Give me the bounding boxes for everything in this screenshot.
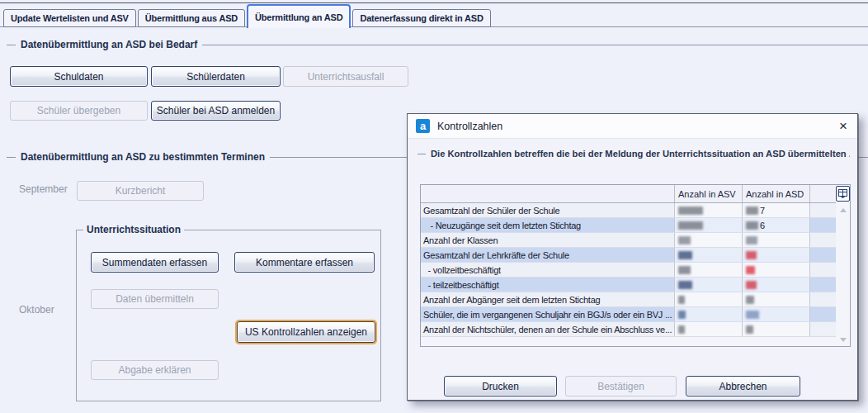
dialog-legend-text: Die Kontrollzahlen betreffen die bei der… <box>431 149 850 159</box>
asd-value-cell <box>743 263 810 277</box>
row-gutter <box>810 233 836 247</box>
asv-app-icon: a <box>416 119 430 133</box>
kurzbericht-button: Kurzbericht <box>77 181 204 201</box>
close-icon[interactable]: × <box>837 119 849 133</box>
row-gutter <box>810 203 836 217</box>
row-label: - vollzeitbeschäftigt <box>421 263 675 277</box>
summendaten-erfassen-button[interactable]: Summendaten erfassen <box>91 252 219 273</box>
legend-dash <box>417 154 426 154</box>
dialog-legend: Die Kontrollzahlen betreffen die bei der… <box>417 149 850 159</box>
redacted-value <box>678 325 685 334</box>
redacted-value <box>746 266 755 274</box>
asv-value-cell <box>675 248 743 262</box>
row-label: Gesamtzahl der Lehrkräfte der Schule <box>421 248 675 262</box>
asd-value-cell: 6 <box>743 218 810 232</box>
month-label-september: September <box>19 183 68 195</box>
table-row[interactable]: Anzahl der Nichtschüler, denen an der Sc… <box>421 322 836 337</box>
row-gutter <box>810 307 836 321</box>
row-label: - Neuzugänge seit dem letzten Stichtag <box>421 218 675 232</box>
daten-uebermitteln-button: Daten übermitteln <box>91 289 219 309</box>
asv-value-cell <box>675 233 743 247</box>
visible-value: 7 <box>760 203 765 217</box>
redacted-value <box>678 236 691 244</box>
redacted-value <box>746 236 757 244</box>
row-label: Anzahl der Abgänger seit dem letzten Sti… <box>421 292 675 306</box>
schueler-bei-asd-anmelden-button[interactable]: Schüler bei ASD anmelden <box>151 101 281 121</box>
asv-value-cell <box>675 203 743 217</box>
table-row[interactable]: Anzahl der Klassen <box>421 233 836 248</box>
table-row[interactable]: Gesamtzahl der Lehrkräfte der Schule <box>421 248 836 263</box>
redacted-value <box>746 296 754 304</box>
asv-value-cell <box>675 292 743 306</box>
redacted-value <box>746 281 757 289</box>
legend-line <box>202 45 868 45</box>
table-row[interactable]: - teilzeitbeschäftigt <box>421 278 836 292</box>
control-numbers-table: Anzahl in ASV Anzahl in ASD Gesamtzahl d… <box>420 184 851 347</box>
row-gutter <box>810 263 836 277</box>
table-row[interactable]: - vollzeitbeschäftigt <box>421 263 836 278</box>
section-title: Datenübermittlung an ASD bei Bedarf <box>21 39 197 50</box>
row-gutter <box>810 218 836 232</box>
tab-uebermittlung-aus-asd[interactable]: Übermittlung aus ASD <box>138 9 245 27</box>
redacted-value <box>678 296 685 304</box>
schuelerdaten-button[interactable]: Schülerdaten <box>151 66 281 87</box>
kommentare-erfassen-button[interactable]: Kommentare erfassen <box>234 252 375 273</box>
asd-value-cell <box>743 278 810 292</box>
kontrollzahlen-dialog: a Kontrollzahlen × Die Kontrollzahlen be… <box>407 113 858 401</box>
asd-value-cell <box>743 292 810 306</box>
dialog-titlebar[interactable]: a Kontrollzahlen × <box>408 114 857 139</box>
asv-window: Update Wertelisten und ASV Übermittlung … <box>0 0 868 413</box>
asd-value-cell <box>743 233 810 247</box>
drucken-button[interactable]: Drucken <box>444 376 557 396</box>
redacted-value <box>678 221 703 230</box>
abgabe-erklaeren-button: Abgabe erklären <box>91 360 219 380</box>
redacted-value <box>746 221 758 230</box>
legend-dash <box>7 45 16 45</box>
unterrichtsausfall-button: Unterrichtsausfall <box>283 66 408 87</box>
row-label: - teilzeitbeschäftigt <box>421 278 675 292</box>
column-select-icon[interactable] <box>836 186 850 202</box>
redacted-value <box>746 325 753 334</box>
asd-value-cell <box>743 248 810 262</box>
header-anzahl-asv[interactable]: Anzahl in ASV <box>675 185 743 202</box>
table-scrollbar[interactable] <box>836 185 850 346</box>
table-row[interactable]: - Neuzugänge seit dem letzten Stichtag6 <box>421 218 836 233</box>
row-label: Schüler, die im vergangenen Schuljahr ei… <box>421 307 675 321</box>
table-row[interactable]: Anzahl der Abgänger seit dem letzten Sti… <box>421 292 836 307</box>
redacted-value <box>678 251 692 259</box>
us-kontrollzahlen-anzeigen-button[interactable]: US Kontrollzahlen anzeigen <box>237 321 375 343</box>
tab-uebermittlung-an-asd[interactable]: Übermittlung an ASD <box>247 4 351 28</box>
row-gutter <box>810 322 836 336</box>
asv-value-cell <box>675 278 743 292</box>
redacted-value <box>678 206 703 215</box>
header-gutter <box>810 185 836 202</box>
visible-value: 6 <box>760 218 765 232</box>
tab-update-wertelisten[interactable]: Update Wertelisten und ASV <box>3 9 136 27</box>
bestaetigen-button: Bestätigen <box>565 376 677 396</box>
asv-value-cell <box>675 263 743 277</box>
redacted-value <box>678 311 686 319</box>
tab-bar: Update Wertelisten und ASV Übermittlung … <box>3 3 491 27</box>
redacted-value <box>678 281 692 289</box>
abbrechen-button[interactable]: Abbrechen <box>686 376 800 396</box>
row-label: Anzahl der Klassen <box>421 233 675 247</box>
tab-datenerfassung-direkt[interactable]: Datenerfassung direkt in ASD <box>352 9 490 27</box>
row-gutter <box>810 278 836 292</box>
dialog-title: Kontrollzahlen <box>437 121 830 132</box>
table-row[interactable]: Gesamtzahl der Schüler der Schule7 <box>421 203 836 218</box>
table-row[interactable]: Schüler, die im vergangenen Schuljahr ei… <box>421 307 836 322</box>
schuldaten-button[interactable]: Schuldaten <box>10 66 148 87</box>
row-label: Anzahl der Nichtschüler, denen an der Sc… <box>421 322 675 336</box>
table-header: Anzahl in ASV Anzahl in ASD <box>421 185 836 203</box>
header-empty <box>421 185 675 202</box>
table-main: Anzahl in ASV Anzahl in ASD Gesamtzahl d… <box>421 185 836 346</box>
groupbox-title: Unterrichtssituation <box>83 224 184 235</box>
header-anzahl-asd[interactable]: Anzahl in ASD <box>743 185 810 202</box>
asd-value-cell: 7 <box>743 203 810 217</box>
row-gutter <box>810 248 836 262</box>
asv-value-cell <box>675 307 743 321</box>
section-title: Datenübermittlung an ASD zu bestimmten T… <box>21 151 265 163</box>
asd-value-cell <box>743 322 810 336</box>
scroll-up-icon[interactable] <box>840 208 847 212</box>
scroll-down-icon[interactable] <box>840 338 847 342</box>
